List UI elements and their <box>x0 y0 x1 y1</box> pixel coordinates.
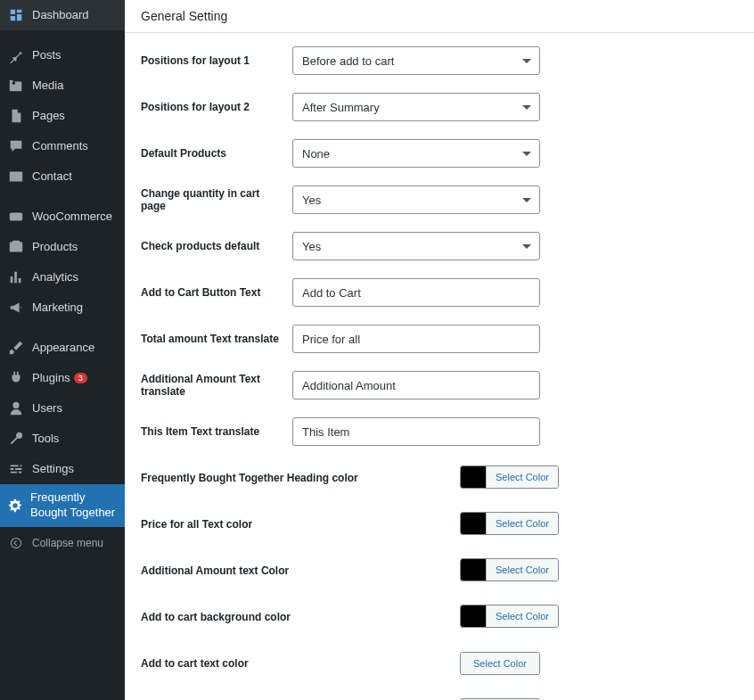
sidebar-item-woocommerce[interactable]: WooCommerce <box>0 202 125 232</box>
sidebar-item-label: Dashboard <box>32 8 89 23</box>
label-additional-text: Additional Amount Text translate <box>141 373 292 398</box>
label-priceforall-color: Price for all Text color <box>141 518 460 531</box>
sidebar-item-tools[interactable]: Tools <box>0 424 125 454</box>
select-color-priceforall[interactable]: Select Color <box>486 513 558 534</box>
update-badge: 3 <box>74 373 87 383</box>
label-additional-color: Additional Amount text Color <box>141 564 460 577</box>
products-icon <box>7 238 25 256</box>
sliders-icon <box>7 460 25 478</box>
input-atc-text[interactable] <box>292 278 540 307</box>
collapse-icon <box>7 534 25 552</box>
media-icon <box>7 77 25 95</box>
mail-icon <box>7 168 25 185</box>
sidebar-item-media[interactable]: Media <box>0 70 125 101</box>
svg-point-1 <box>11 538 20 548</box>
select-default-products[interactable]: None <box>292 139 540 168</box>
wrench-icon <box>7 430 25 448</box>
svg-rect-0 <box>10 213 22 221</box>
sidebar-item-label: Comments <box>32 139 88 154</box>
select-positions-layout1[interactable]: Before add to cart <box>292 46 540 75</box>
label-check-default: Check products default <box>141 240 292 252</box>
sidebar-item-contact[interactable]: Contact <box>0 161 125 192</box>
sidebar-item-users[interactable]: Users <box>0 393 125 424</box>
sidebar-item-label: Contact <box>32 169 72 185</box>
sidebar-item-dashboard[interactable]: Dashboard <box>0 0 125 30</box>
sidebar-item-label: Appearance <box>32 341 94 356</box>
label-this-item-text: This Item Text translate <box>141 425 292 438</box>
collapse-label: Collapse menu <box>32 537 103 549</box>
label-change-qty: Change quantity in cart page <box>141 187 292 212</box>
label-positions-layout2: Positions for layout 2 <box>141 101 292 113</box>
label-atctext-color: Add to cart text color <box>141 657 460 670</box>
user-icon <box>7 399 25 417</box>
swatch-heading <box>461 466 486 488</box>
select-color-heading[interactable]: Select Color <box>486 466 558 488</box>
sidebar-item-comments[interactable]: Comments <box>0 131 125 161</box>
swatch-atcbg <box>461 605 486 627</box>
sidebar-item-label: Settings <box>32 462 74 477</box>
gear-icon <box>7 497 23 515</box>
select-color-atcbg[interactable]: Select Color <box>486 605 558 627</box>
sidebar-item-fbt[interactable]: Frequently Bought Together <box>0 484 125 527</box>
select-positions-layout2[interactable]: After Summary <box>292 93 540 121</box>
analytics-icon <box>7 268 25 286</box>
sidebar-item-plugins[interactable]: Plugins 3 <box>0 363 125 393</box>
brush-icon <box>7 339 25 357</box>
sidebar-item-label: Media <box>32 78 63 94</box>
pin-icon <box>7 46 25 64</box>
sidebar-item-pages[interactable]: Pages <box>0 101 125 131</box>
comment-icon <box>7 137 25 155</box>
sidebar-item-settings[interactable]: Settings <box>0 454 125 484</box>
sidebar-item-marketing[interactable]: Marketing <box>0 292 125 323</box>
sidebar-item-label: Analytics <box>32 270 78 285</box>
admin-sidebar: Dashboard Posts Media Pages Comments Con… <box>0 0 125 700</box>
sidebar-item-label: Plugins <box>32 371 70 386</box>
sidebar-item-label: Users <box>32 401 62 416</box>
plug-icon <box>7 369 25 387</box>
sidebar-item-analytics[interactable]: Analytics <box>0 262 125 292</box>
select-change-qty[interactable]: Yes <box>292 185 540 214</box>
swatch-priceforall <box>461 513 486 534</box>
sidebar-item-appearance[interactable]: Appearance <box>0 333 125 363</box>
page-icon <box>7 107 25 125</box>
label-atc-text: Add to Cart Button Text <box>141 286 292 299</box>
main-content: General Setting Positions for layout 1 B… <box>125 0 754 700</box>
sidebar-item-label: Pages <box>32 109 65 124</box>
sidebar-item-label: Tools <box>32 432 59 447</box>
woo-icon <box>7 208 25 226</box>
swatch-additional <box>461 559 486 581</box>
sidebar-item-label: Frequently Bought Together <box>30 490 118 521</box>
label-atcbg-color: Add to cart background color <box>141 611 460 623</box>
label-heading-color: Frequently Bought Together Heading color <box>141 472 460 484</box>
select-color-additional[interactable]: Select Color <box>486 559 558 581</box>
input-additional-text[interactable] <box>292 371 540 399</box>
input-this-item-text[interactable] <box>292 417 540 446</box>
label-default-products: Default Products <box>141 147 292 160</box>
input-total-text[interactable] <box>292 325 540 353</box>
select-check-default[interactable]: Yes <box>292 232 540 260</box>
select-color-atctext[interactable]: Select Color <box>461 653 539 674</box>
sidebar-item-label: Marketing <box>32 301 83 316</box>
label-positions-layout1: Positions for layout 1 <box>141 54 292 67</box>
collapse-menu[interactable]: Collapse menu <box>0 527 125 559</box>
label-total-text: Total amount Text translate <box>141 333 292 345</box>
megaphone-icon <box>7 299 25 317</box>
sidebar-item-label: WooCommerce <box>32 210 112 225</box>
dashboard-icon <box>7 6 25 24</box>
sidebar-item-label: Products <box>32 240 78 255</box>
sidebar-item-posts[interactable]: Posts <box>0 40 125 70</box>
page-title: General Setting <box>125 0 754 33</box>
sidebar-item-label: Posts <box>32 48 61 63</box>
sidebar-item-products[interactable]: Products <box>0 232 125 262</box>
